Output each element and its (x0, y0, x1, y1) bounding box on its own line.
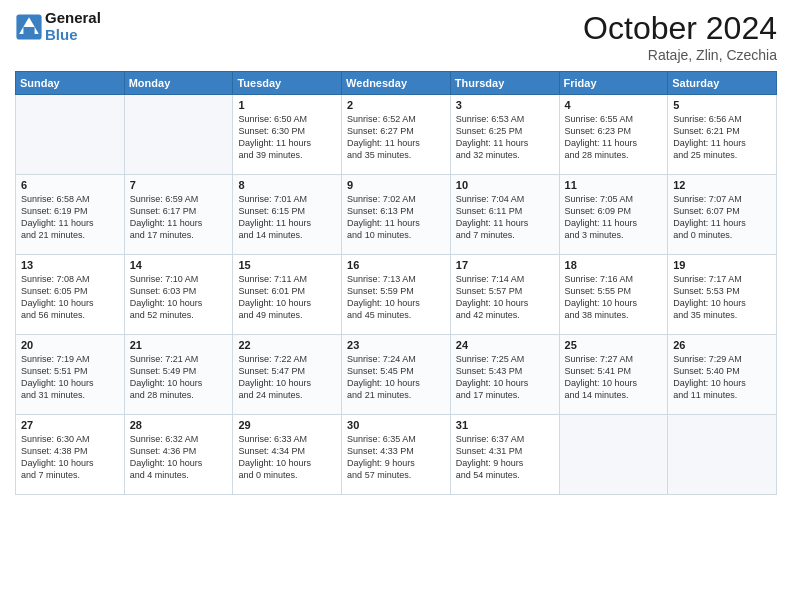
calendar-day-cell (559, 415, 668, 495)
calendar-day-cell: 3Sunrise: 6:53 AM Sunset: 6:25 PM Daylig… (450, 95, 559, 175)
calendar-day-cell: 8Sunrise: 7:01 AM Sunset: 6:15 PM Daylig… (233, 175, 342, 255)
day-info: Sunrise: 7:29 AM Sunset: 5:40 PM Dayligh… (673, 353, 771, 402)
day-info: Sunrise: 6:56 AM Sunset: 6:21 PM Dayligh… (673, 113, 771, 162)
weekday-header-cell: Thursday (450, 72, 559, 95)
calendar-day-cell: 24Sunrise: 7:25 AM Sunset: 5:43 PM Dayli… (450, 335, 559, 415)
day-info: Sunrise: 6:53 AM Sunset: 6:25 PM Dayligh… (456, 113, 554, 162)
day-number: 20 (21, 339, 119, 351)
day-info: Sunrise: 6:55 AM Sunset: 6:23 PM Dayligh… (565, 113, 663, 162)
calendar-day-cell: 31Sunrise: 6:37 AM Sunset: 4:31 PM Dayli… (450, 415, 559, 495)
calendar-day-cell: 17Sunrise: 7:14 AM Sunset: 5:57 PM Dayli… (450, 255, 559, 335)
day-number: 14 (130, 259, 228, 271)
calendar-week-row: 1Sunrise: 6:50 AM Sunset: 6:30 PM Daylig… (16, 95, 777, 175)
weekday-header-cell: Wednesday (342, 72, 451, 95)
day-info: Sunrise: 7:05 AM Sunset: 6:09 PM Dayligh… (565, 193, 663, 242)
calendar-day-cell: 15Sunrise: 7:11 AM Sunset: 6:01 PM Dayli… (233, 255, 342, 335)
calendar-day-cell: 13Sunrise: 7:08 AM Sunset: 6:05 PM Dayli… (16, 255, 125, 335)
day-info: Sunrise: 7:13 AM Sunset: 5:59 PM Dayligh… (347, 273, 445, 322)
day-number: 12 (673, 179, 771, 191)
day-number: 5 (673, 99, 771, 111)
day-number: 19 (673, 259, 771, 271)
day-number: 1 (238, 99, 336, 111)
day-info: Sunrise: 7:01 AM Sunset: 6:15 PM Dayligh… (238, 193, 336, 242)
day-info: Sunrise: 6:32 AM Sunset: 4:36 PM Dayligh… (130, 433, 228, 482)
logo-icon (15, 13, 43, 41)
calendar-day-cell: 18Sunrise: 7:16 AM Sunset: 5:55 PM Dayli… (559, 255, 668, 335)
calendar-table: SundayMondayTuesdayWednesdayThursdayFrid… (15, 71, 777, 495)
day-number: 29 (238, 419, 336, 431)
calendar-day-cell: 30Sunrise: 6:35 AM Sunset: 4:33 PM Dayli… (342, 415, 451, 495)
day-number: 9 (347, 179, 445, 191)
day-info: Sunrise: 7:11 AM Sunset: 6:01 PM Dayligh… (238, 273, 336, 322)
calendar-day-cell: 29Sunrise: 6:33 AM Sunset: 4:34 PM Dayli… (233, 415, 342, 495)
calendar-day-cell: 27Sunrise: 6:30 AM Sunset: 4:38 PM Dayli… (16, 415, 125, 495)
calendar-day-cell: 26Sunrise: 7:29 AM Sunset: 5:40 PM Dayli… (668, 335, 777, 415)
day-number: 17 (456, 259, 554, 271)
weekday-header-cell: Monday (124, 72, 233, 95)
calendar-day-cell: 2Sunrise: 6:52 AM Sunset: 6:27 PM Daylig… (342, 95, 451, 175)
day-info: Sunrise: 7:07 AM Sunset: 6:07 PM Dayligh… (673, 193, 771, 242)
day-number: 10 (456, 179, 554, 191)
day-info: Sunrise: 7:10 AM Sunset: 6:03 PM Dayligh… (130, 273, 228, 322)
calendar-day-cell: 14Sunrise: 7:10 AM Sunset: 6:03 PM Dayli… (124, 255, 233, 335)
calendar-day-cell: 28Sunrise: 6:32 AM Sunset: 4:36 PM Dayli… (124, 415, 233, 495)
day-info: Sunrise: 6:30 AM Sunset: 4:38 PM Dayligh… (21, 433, 119, 482)
day-info: Sunrise: 7:02 AM Sunset: 6:13 PM Dayligh… (347, 193, 445, 242)
day-number: 11 (565, 179, 663, 191)
day-number: 31 (456, 419, 554, 431)
logo-text-line1: General (45, 10, 101, 27)
calendar-week-row: 6Sunrise: 6:58 AM Sunset: 6:19 PM Daylig… (16, 175, 777, 255)
calendar-day-cell: 16Sunrise: 7:13 AM Sunset: 5:59 PM Dayli… (342, 255, 451, 335)
day-number: 8 (238, 179, 336, 191)
calendar-day-cell: 12Sunrise: 7:07 AM Sunset: 6:07 PM Dayli… (668, 175, 777, 255)
day-info: Sunrise: 7:17 AM Sunset: 5:53 PM Dayligh… (673, 273, 771, 322)
calendar-day-cell (16, 95, 125, 175)
day-number: 25 (565, 339, 663, 351)
logo-text-line2: Blue (45, 27, 101, 44)
page: General Blue October 2024 Rataje, Zlin, … (0, 0, 792, 612)
day-info: Sunrise: 6:59 AM Sunset: 6:17 PM Dayligh… (130, 193, 228, 242)
logo: General Blue (15, 10, 101, 43)
day-info: Sunrise: 7:08 AM Sunset: 6:05 PM Dayligh… (21, 273, 119, 322)
day-number: 21 (130, 339, 228, 351)
day-info: Sunrise: 6:58 AM Sunset: 6:19 PM Dayligh… (21, 193, 119, 242)
day-number: 15 (238, 259, 336, 271)
day-number: 13 (21, 259, 119, 271)
calendar-day-cell: 1Sunrise: 6:50 AM Sunset: 6:30 PM Daylig… (233, 95, 342, 175)
calendar-day-cell (124, 95, 233, 175)
day-number: 6 (21, 179, 119, 191)
weekday-header-cell: Friday (559, 72, 668, 95)
month-title: October 2024 (583, 10, 777, 47)
calendar-day-cell: 4Sunrise: 6:55 AM Sunset: 6:23 PM Daylig… (559, 95, 668, 175)
day-info: Sunrise: 7:22 AM Sunset: 5:47 PM Dayligh… (238, 353, 336, 402)
day-number: 27 (21, 419, 119, 431)
day-number: 3 (456, 99, 554, 111)
calendar-day-cell: 19Sunrise: 7:17 AM Sunset: 5:53 PM Dayli… (668, 255, 777, 335)
day-info: Sunrise: 7:27 AM Sunset: 5:41 PM Dayligh… (565, 353, 663, 402)
day-info: Sunrise: 7:19 AM Sunset: 5:51 PM Dayligh… (21, 353, 119, 402)
calendar-day-cell (668, 415, 777, 495)
day-number: 2 (347, 99, 445, 111)
day-number: 24 (456, 339, 554, 351)
calendar-day-cell: 9Sunrise: 7:02 AM Sunset: 6:13 PM Daylig… (342, 175, 451, 255)
day-info: Sunrise: 6:50 AM Sunset: 6:30 PM Dayligh… (238, 113, 336, 162)
svg-rect-2 (23, 27, 34, 34)
calendar-day-cell: 10Sunrise: 7:04 AM Sunset: 6:11 PM Dayli… (450, 175, 559, 255)
calendar-day-cell: 7Sunrise: 6:59 AM Sunset: 6:17 PM Daylig… (124, 175, 233, 255)
day-number: 26 (673, 339, 771, 351)
day-info: Sunrise: 7:21 AM Sunset: 5:49 PM Dayligh… (130, 353, 228, 402)
weekday-header-cell: Saturday (668, 72, 777, 95)
calendar-body: 1Sunrise: 6:50 AM Sunset: 6:30 PM Daylig… (16, 95, 777, 495)
day-info: Sunrise: 7:24 AM Sunset: 5:45 PM Dayligh… (347, 353, 445, 402)
day-info: Sunrise: 6:33 AM Sunset: 4:34 PM Dayligh… (238, 433, 336, 482)
calendar-day-cell: 20Sunrise: 7:19 AM Sunset: 5:51 PM Dayli… (16, 335, 125, 415)
day-info: Sunrise: 7:25 AM Sunset: 5:43 PM Dayligh… (456, 353, 554, 402)
calendar-week-row: 13Sunrise: 7:08 AM Sunset: 6:05 PM Dayli… (16, 255, 777, 335)
day-number: 4 (565, 99, 663, 111)
calendar-day-cell: 25Sunrise: 7:27 AM Sunset: 5:41 PM Dayli… (559, 335, 668, 415)
calendar-day-cell: 11Sunrise: 7:05 AM Sunset: 6:09 PM Dayli… (559, 175, 668, 255)
day-info: Sunrise: 7:04 AM Sunset: 6:11 PM Dayligh… (456, 193, 554, 242)
day-number: 30 (347, 419, 445, 431)
calendar-day-cell: 6Sunrise: 6:58 AM Sunset: 6:19 PM Daylig… (16, 175, 125, 255)
day-info: Sunrise: 7:14 AM Sunset: 5:57 PM Dayligh… (456, 273, 554, 322)
